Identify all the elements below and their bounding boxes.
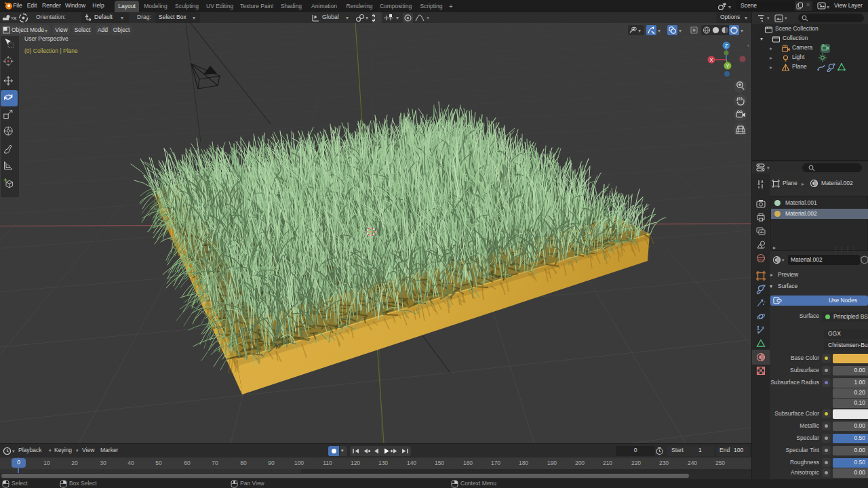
svg-text:Z: Z bbox=[725, 43, 728, 49]
svg-text:Y: Y bbox=[726, 63, 729, 69]
svg-text:X: X bbox=[709, 57, 713, 63]
